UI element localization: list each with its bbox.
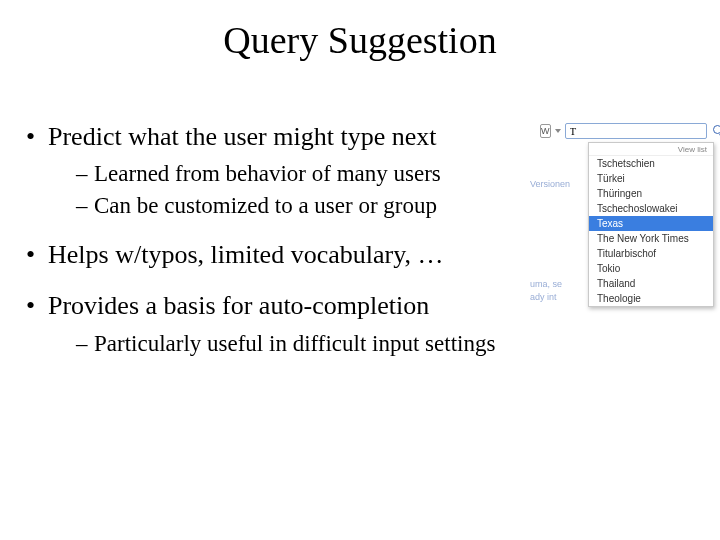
dropdown-header[interactable]: View list — [589, 143, 713, 156]
suggestion-item[interactable]: Theologie — [589, 291, 713, 306]
search-suggestion-widget: W Versionen uma, se ady int View list Ts… — [536, 120, 712, 142]
bullet-1-sub-1: Learned from behavior of many users — [76, 159, 506, 188]
bullet-1-text: Predict what the user might type next — [48, 122, 436, 151]
suggestion-item-selected[interactable]: Texas — [589, 216, 713, 231]
suggestion-item[interactable]: Tschechoslowakei — [589, 201, 713, 216]
bg-word: ady int — [530, 291, 586, 305]
suggestion-item[interactable]: Tokio — [589, 261, 713, 276]
suggestion-item[interactable]: Tschetschien — [589, 156, 713, 171]
bg-word: uma, se — [530, 278, 586, 292]
bullet-2: Helps w/typos, limited vocabulary, … — [26, 238, 506, 271]
source-icon[interactable]: W — [540, 124, 551, 138]
source-dropdown-icon[interactable] — [555, 129, 561, 133]
slide-body: Predict what the user might type next Le… — [26, 120, 506, 376]
suggestion-item[interactable]: The New York Times — [589, 231, 713, 246]
suggestion-item[interactable]: Thüringen — [589, 186, 713, 201]
search-input[interactable] — [565, 123, 707, 139]
bullet-1: Predict what the user might type next Le… — [26, 120, 506, 220]
slide: Query Suggestion Predict what the user m… — [0, 0, 720, 540]
suggestion-dropdown: View list Tschetschien Türkei Thüringen … — [588, 142, 714, 307]
bullet-1-sub-2: Can be customized to a user or group — [76, 191, 506, 220]
bullet-3-sub-1: Particularly useful in difficult input s… — [76, 329, 506, 358]
suggestion-item[interactable]: Türkei — [589, 171, 713, 186]
suggestion-item[interactable]: Titularbischof — [589, 246, 713, 261]
search-bar: W — [536, 120, 712, 142]
bullet-3-text: Provides a basis for auto-completion — [48, 291, 429, 320]
background-page-text: Versionen uma, se ady int — [530, 144, 586, 304]
slide-title: Query Suggestion — [0, 18, 720, 62]
bullet-3: Provides a basis for auto-completion Par… — [26, 289, 506, 358]
bg-word: Versionen — [530, 178, 586, 192]
suggestion-item[interactable]: Thailand — [589, 276, 713, 291]
